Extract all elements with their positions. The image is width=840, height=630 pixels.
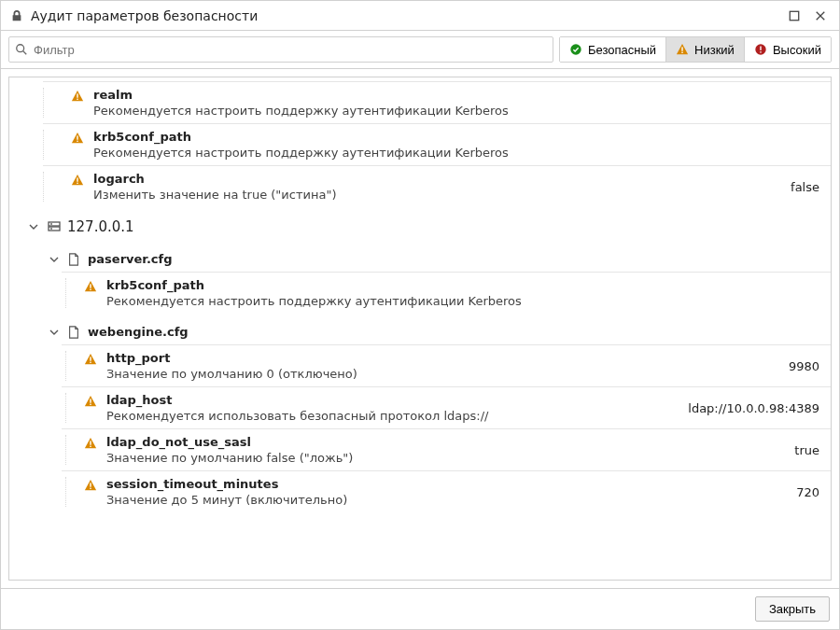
svg-rect-19 xyxy=(90,284,91,287)
param-name: ldap_do_not_use_sasl xyxy=(106,435,783,449)
svg-rect-21 xyxy=(90,357,91,360)
param-value: true xyxy=(783,443,819,457)
param-hint: Значение по умолчанию false ("ложь") xyxy=(106,451,783,465)
window-title: Аудит параметров безопасности xyxy=(31,8,777,23)
content-wrap: realm Рекомендуется настроить поддержку … xyxy=(1,69,839,588)
file-label: paserver.cfg xyxy=(88,252,173,266)
svg-point-18 xyxy=(50,228,52,230)
tree-line xyxy=(65,435,84,465)
level-low-button[interactable]: Низкий xyxy=(665,37,744,62)
svg-rect-4 xyxy=(681,47,682,50)
param-hint: Рекомендуется настроить поддержку аутент… xyxy=(93,146,808,160)
audit-item-body: realm Рекомендуется настроить поддержку … xyxy=(93,88,808,118)
warn-icon xyxy=(676,43,689,56)
audit-item[interactable]: realm Рекомендуется настроить поддержку … xyxy=(43,81,831,123)
audit-item-body: logarch Изменить значение на true ("исти… xyxy=(93,172,779,202)
param-hint: Изменить значение на true ("истина") xyxy=(93,188,779,202)
level-toggle-group: Безопасный Низкий Высокий xyxy=(559,36,832,63)
svg-rect-16 xyxy=(49,227,60,231)
svg-rect-25 xyxy=(90,441,91,444)
host-node[interactable]: 127.0.0.1 xyxy=(9,213,831,241)
param-value: false xyxy=(779,180,819,194)
audit-item-body: session_timeout_minutes Значение до 5 ми… xyxy=(106,477,785,507)
toolbar: Безопасный Низкий Высокий xyxy=(1,31,839,69)
svg-rect-26 xyxy=(90,446,91,447)
svg-rect-12 xyxy=(77,141,77,142)
audit-item-body: krb5conf_path Рекомендуется настроить по… xyxy=(93,130,808,160)
level-low-label: Низкий xyxy=(694,43,735,57)
safe-icon xyxy=(569,43,582,56)
param-hint: Рекомендуется настроить поддержку аутент… xyxy=(93,104,808,118)
close-button[interactable] xyxy=(811,7,830,25)
chevron-down-icon[interactable] xyxy=(49,327,60,338)
param-name: session_timeout_minutes xyxy=(106,477,785,491)
tree-line xyxy=(65,278,84,308)
maximize-button[interactable] xyxy=(785,7,804,25)
param-hint: Значение по умолчанию 0 (отключено) xyxy=(106,367,777,381)
svg-rect-14 xyxy=(77,183,77,184)
warn-icon xyxy=(71,90,84,103)
audit-item[interactable]: krb5conf_path Рекомендуется настроить по… xyxy=(62,272,831,314)
warn-icon xyxy=(71,174,84,187)
svg-point-17 xyxy=(50,223,52,225)
file-node[interactable]: webengine.cfg xyxy=(9,319,831,344)
svg-rect-8 xyxy=(760,51,761,52)
param-hint: Значение до 5 минут (включительно) xyxy=(106,493,785,507)
audit-tree[interactable]: realm Рекомендуется настроить поддержку … xyxy=(9,77,831,580)
tree-line xyxy=(65,393,84,423)
svg-rect-20 xyxy=(90,289,91,290)
chevron-down-icon[interactable] xyxy=(49,254,60,265)
level-safe-button[interactable]: Безопасный xyxy=(560,37,665,62)
warn-icon xyxy=(71,132,84,145)
file-label: webengine.cfg xyxy=(88,325,189,339)
warn-icon xyxy=(84,353,97,366)
audit-item[interactable]: ldap_host Рекомендуется использовать без… xyxy=(62,386,831,428)
svg-rect-5 xyxy=(681,52,682,53)
chevron-down-icon[interactable] xyxy=(28,221,39,232)
svg-point-1 xyxy=(17,45,24,52)
audit-item[interactable]: krb5conf_path Рекомендуется настроить по… xyxy=(43,123,831,165)
param-hint: Рекомендуется использовать безопасный пр… xyxy=(106,409,677,423)
param-name: krb5conf_path xyxy=(93,130,808,144)
svg-rect-23 xyxy=(90,399,91,402)
audit-item[interactable]: ldap_do_not_use_sasl Значение по умолчан… xyxy=(62,428,831,470)
param-name: realm xyxy=(93,88,808,102)
param-hint: Рекомендуется настроить поддержку аутент… xyxy=(106,294,808,308)
level-safe-label: Безопасный xyxy=(588,43,656,57)
close-dialog-button[interactable]: Закрыть xyxy=(755,596,830,622)
param-name: logarch xyxy=(93,172,779,186)
filter-field[interactable] xyxy=(8,36,553,63)
warn-icon xyxy=(84,479,97,492)
svg-rect-28 xyxy=(90,488,91,489)
lock-icon xyxy=(10,9,23,22)
warn-icon xyxy=(84,395,97,408)
audit-item-body: krb5conf_path Рекомендуется настроить по… xyxy=(106,278,808,308)
orphan-items: realm Рекомендуется настроить поддержку … xyxy=(9,81,831,207)
server-icon xyxy=(47,220,60,233)
warn-icon xyxy=(84,437,97,450)
tree-line xyxy=(43,130,71,160)
titlebar: Аудит параметров безопасности xyxy=(1,1,839,31)
file-items: http_port Значение по умолчанию 0 (отклю… xyxy=(9,344,831,512)
svg-rect-7 xyxy=(760,47,761,50)
param-value: 9980 xyxy=(777,359,819,373)
svg-rect-9 xyxy=(77,93,77,97)
svg-line-2 xyxy=(23,51,27,55)
level-high-label: Высокий xyxy=(773,43,821,57)
svg-rect-10 xyxy=(77,99,77,100)
param-value: ldap://10.0.0.98:4389 xyxy=(677,401,819,415)
audit-item[interactable]: http_port Значение по умолчанию 0 (отклю… xyxy=(62,344,831,386)
svg-rect-22 xyxy=(90,362,91,363)
param-name: http_port xyxy=(106,351,777,365)
document-icon xyxy=(67,326,80,339)
file-node[interactable]: paserver.cfg xyxy=(9,246,831,272)
svg-rect-13 xyxy=(77,177,77,181)
warn-icon xyxy=(84,280,97,293)
tree-line xyxy=(43,88,71,118)
svg-rect-24 xyxy=(90,404,91,405)
filter-input[interactable] xyxy=(28,43,547,57)
audit-item[interactable]: logarch Изменить значение на true ("исти… xyxy=(43,165,831,207)
content-border: realm Рекомендуется настроить поддержку … xyxy=(8,77,832,581)
level-high-button[interactable]: Высокий xyxy=(744,37,831,62)
audit-item[interactable]: session_timeout_minutes Значение до 5 ми… xyxy=(62,470,831,512)
